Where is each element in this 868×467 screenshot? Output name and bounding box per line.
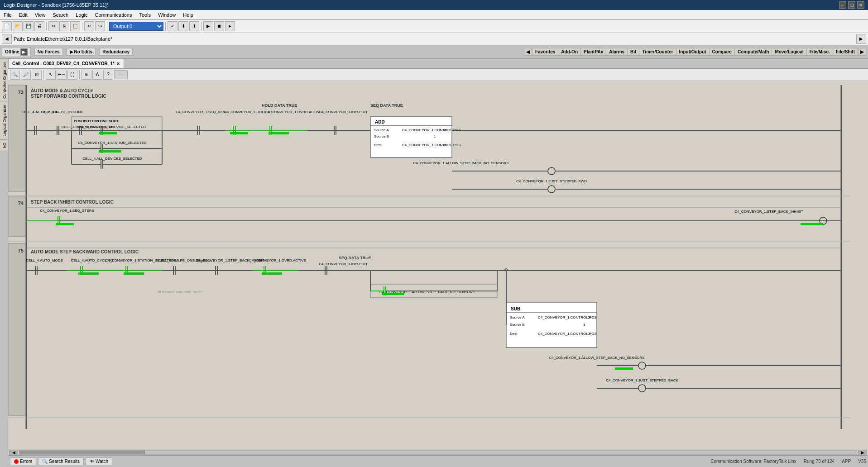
- menu-bar: File Edit View Search Logic Communicatio…: [0, 10, 868, 20]
- tab-plantpax[interactable]: PlantPAx: [581, 48, 606, 55]
- svg-text:Dest: Dest: [510, 332, 518, 336]
- copy-btn[interactable]: ⎘: [59, 21, 69, 31]
- svg-text:CELL_4.AUTO_CYCLING: CELL_4.AUTO_CYCLING: [41, 110, 83, 114]
- offline-indicator: Offline ▶: [2, 47, 31, 57]
- scroll-left-btn[interactable]: ◀: [9, 450, 18, 455]
- print-btn[interactable]: 🖨: [34, 21, 44, 31]
- search-results-tab[interactable]: 🔍 Search Results: [38, 457, 84, 465]
- insert-coil-btn[interactable]: ( ): [67, 70, 77, 80]
- svg-rect-104: [8, 243, 25, 415]
- io-tab[interactable]: I/O: [0, 139, 8, 151]
- open-btn[interactable]: 📂: [13, 21, 23, 31]
- minimize-button[interactable]: ─: [839, 1, 846, 9]
- tab-alarms[interactable]: Alarms: [606, 48, 628, 55]
- go-offline-btn[interactable]: ⏹: [214, 21, 224, 31]
- tab-move-logical[interactable]: Move/Logical: [772, 48, 806, 55]
- svg-text:CELL_4.ALL_DEVICES_SELECTED: CELL_4.ALL_DEVICES_SELECTED: [82, 157, 142, 161]
- errors-tab[interactable]: Errors: [10, 457, 36, 465]
- save-btn[interactable]: 💾: [24, 21, 34, 31]
- menu-help[interactable]: Help: [179, 10, 197, 19]
- errors-label: Errors: [20, 459, 32, 464]
- watch-label: Watch: [96, 459, 108, 464]
- svg-text:Source B: Source B: [510, 323, 525, 327]
- menu-view[interactable]: View: [31, 10, 49, 19]
- undo-btn[interactable]: ↩: [84, 21, 94, 31]
- output-combo[interactable]: Output:0: [109, 22, 163, 31]
- svg-text:C4_CONVEYOR_1.INPUT.DT: C4_CONVEYOR_1.INPUT.DT: [319, 110, 368, 114]
- svg-text:C4_CONVEYOR_1.DEVICE_SELECTED: C4_CONVEYOR_1.DEVICE_SELECTED: [79, 125, 146, 129]
- verify-btn[interactable]: ✓: [168, 21, 177, 31]
- diagram-area[interactable]: 73 AUTO MODE & AUTO CYCLE STEP FORWARD C…: [8, 81, 868, 449]
- svg-text:C4_CONVEYOR_1.ALLOW_STEP_BACK_: C4_CONVEYOR_1.ALLOW_STEP_BACK_NO_SENSORS: [549, 356, 644, 360]
- tab-file-misc[interactable]: File/Misc.: [807, 48, 833, 55]
- controller-organizer-tab[interactable]: Controller Organizer: [0, 59, 8, 101]
- tab-compare[interactable]: Compare: [710, 48, 735, 55]
- svg-text:0↑: 0↑: [588, 315, 591, 319]
- tab-input-output[interactable]: Input/Output: [676, 48, 710, 55]
- tabs-arrow-right[interactable]: ▶: [858, 48, 866, 56]
- tab-label: Cell_Control - C003_DEV02_C4_CONVEYOR_1*: [12, 61, 115, 66]
- window-controls: ─ ◻ ✕: [839, 1, 864, 9]
- menu-tools[interactable]: Tools: [135, 10, 154, 19]
- offline-icon: ▶: [20, 48, 28, 56]
- cell-control-tab[interactable]: Cell_Control - C003_DEV02_C4_CONVEYOR_1*…: [8, 59, 124, 68]
- addr-btn[interactable]: A: [92, 70, 102, 80]
- sep3: [107, 22, 107, 31]
- close-button[interactable]: ✕: [857, 1, 864, 9]
- run-mode-btn[interactable]: ►: [225, 21, 235, 31]
- upload-btn[interactable]: ⬆: [189, 21, 199, 31]
- download-btn[interactable]: ⬇: [178, 21, 188, 31]
- tab-file-shift[interactable]: File/Shift: [833, 48, 858, 55]
- menu-edit[interactable]: Edit: [15, 10, 31, 19]
- tab-compute-math[interactable]: Compute/Math: [735, 48, 772, 55]
- vert-tabs: Controller Organizer Logical Organizer I…: [0, 59, 8, 467]
- tabs-arrow-left[interactable]: ◀: [524, 48, 532, 56]
- logical-organizer-tab[interactable]: Logical Organizer: [0, 101, 8, 139]
- path-prev-btn[interactable]: ◀: [2, 34, 12, 44]
- ladder-diagram-svg: 73 AUTO MODE & AUTO CYCLE STEP FORWARD C…: [8, 81, 850, 434]
- h-scrollbar[interactable]: ◀ ▶: [8, 449, 868, 455]
- prop-btn[interactable]: ≡: [82, 70, 91, 80]
- scroll-thumb[interactable]: [19, 451, 145, 454]
- svg-rect-155: [382, 293, 404, 295]
- sep5: [201, 22, 201, 31]
- select-btn[interactable]: ↖: [46, 70, 56, 80]
- restore-button[interactable]: ◻: [848, 1, 855, 9]
- svg-rect-62: [269, 132, 289, 134]
- path-next-btn[interactable]: ▶: [856, 34, 866, 44]
- tab-addon[interactable]: Add-On: [558, 48, 581, 55]
- scroll-right-btn[interactable]: ▶: [858, 450, 867, 455]
- svg-rect-119: [78, 272, 99, 275]
- tab-close-btn[interactable]: ✕: [116, 62, 120, 66]
- cut-btn[interactable]: ✂: [48, 21, 58, 31]
- menu-logic[interactable]: Logic: [72, 10, 91, 19]
- menu-file[interactable]: File: [0, 10, 15, 19]
- svg-text:Source B: Source B: [374, 134, 389, 138]
- zoom-in-btn[interactable]: 🔍: [10, 70, 20, 80]
- svg-text:C4_CONVEYOR_1.OVRD.ACTIVE: C4_CONVEYOR_1.OVRD.ACTIVE: [265, 110, 322, 114]
- tab-bit[interactable]: Bit: [628, 48, 639, 55]
- menu-window[interactable]: Window: [154, 10, 179, 19]
- menu-communications[interactable]: Communications: [91, 10, 136, 19]
- redo-btn[interactable]: ↪: [95, 21, 105, 31]
- menu-search[interactable]: Search: [49, 10, 72, 19]
- inner-toolbar: 🔍 🔎 ⊡ ↖ ⊢⊣ ( ) ≡ A ? ···: [8, 69, 868, 81]
- svg-text:PUSHBUTTON ONE SHOT: PUSHBUTTON ONE SHOT: [158, 290, 203, 294]
- desc-btn[interactable]: ?: [103, 70, 113, 80]
- scroll-track[interactable]: [19, 450, 857, 455]
- svg-text:0↑: 0↑: [588, 332, 591, 336]
- display-combo[interactable]: ···: [114, 70, 128, 79]
- paste-btn[interactable]: 📋: [70, 21, 80, 31]
- go-online-btn[interactable]: ▶: [203, 21, 213, 31]
- fit-btn[interactable]: ⊡: [32, 70, 42, 80]
- insert-contact-btn[interactable]: ⊢⊣: [57, 70, 67, 80]
- tab-favorites[interactable]: Favorites: [532, 48, 558, 55]
- new-btn[interactable]: 📄: [2, 21, 12, 31]
- zoom-out-btn[interactable]: 🔎: [21, 70, 31, 80]
- tab-timer-counter[interactable]: Timer/Counter: [639, 48, 676, 55]
- svg-text:C4_CONVEYOR_1.OVRD.ACTIVE: C4_CONVEYOR_1.OVRD.ACTIVE: [249, 258, 306, 262]
- svg-text:C4_CONVEYOR_1.STATION_SELECTED: C4_CONVEYOR_1.STATION_SELECTED: [78, 141, 147, 145]
- sep2: [82, 22, 82, 31]
- svg-text:0↑: 0↑: [443, 143, 446, 147]
- watch-tab[interactable]: 👁 Watch: [86, 457, 112, 465]
